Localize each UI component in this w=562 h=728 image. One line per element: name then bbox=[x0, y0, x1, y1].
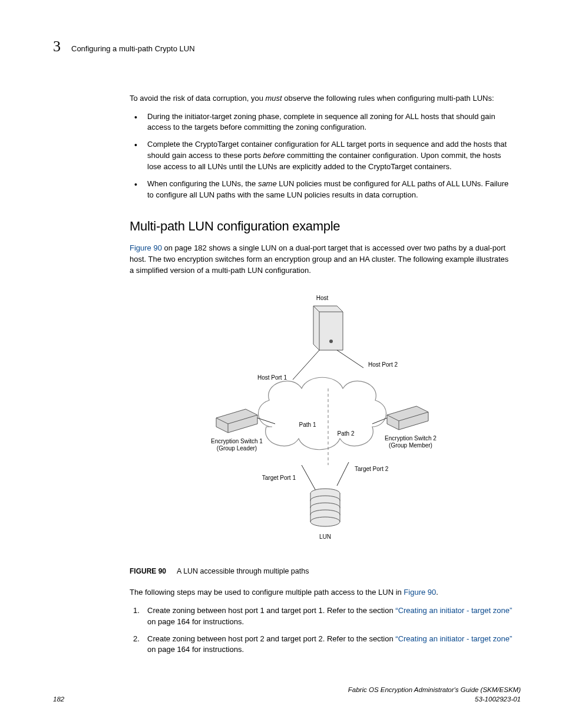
encryption-switch-2-icon bbox=[387, 406, 428, 430]
svg-line-9 bbox=[302, 465, 316, 492]
page-footer: 182 Fabric OS Encryption Administrator's… bbox=[53, 685, 521, 704]
host-icon bbox=[313, 306, 343, 350]
host-label: Host bbox=[316, 295, 329, 301]
lun-label: LUN bbox=[319, 533, 331, 540]
section-xref[interactable]: “Creating an initiator - target zone” bbox=[395, 606, 512, 615]
intro-emph: must bbox=[266, 94, 282, 103]
figure-caption-text: A LUN accessible through multiple paths bbox=[177, 566, 309, 577]
page-header: 3 Configuring a multi-path Crypto LUN bbox=[53, 35, 521, 58]
figure-90: Host Host Port 1 Host Port 2 Path 1 Path… bbox=[130, 291, 515, 554]
intro-post: observe the following rules when configu… bbox=[282, 94, 494, 103]
section-heading: Multi-path LUN configuration example bbox=[130, 217, 515, 236]
target-port-1-label: Target Port 1 bbox=[262, 475, 296, 481]
svg-line-10 bbox=[337, 462, 349, 486]
svg-line-2 bbox=[293, 350, 319, 380]
intro-pre: To avoid the risk of data corruption, yo… bbox=[130, 94, 266, 103]
step-item: Create zoning between host port 1 and ta… bbox=[130, 605, 515, 628]
rules-list: During the initiator-target zoning phase… bbox=[130, 111, 515, 201]
section-xref[interactable]: “Creating an initiator - target zone” bbox=[395, 634, 512, 643]
followup-post: . bbox=[436, 588, 438, 597]
rule-item: During the initiator-target zoning phase… bbox=[130, 111, 515, 134]
path-1-label: Path 1 bbox=[299, 421, 316, 428]
rule-text-emph: before bbox=[263, 151, 285, 160]
figure-caption-label: FIGURE 90 bbox=[130, 566, 166, 577]
chapter-number: 3 bbox=[53, 35, 61, 58]
figure-xref[interactable]: Figure 90 bbox=[404, 588, 436, 597]
followup-paragraph: The following steps may be used to confi… bbox=[130, 587, 515, 598]
steps-list: Create zoning between host port 1 and ta… bbox=[130, 605, 515, 655]
rule-text-pre: When configuring the LUNs, the bbox=[147, 179, 258, 188]
rule-item: When configuring the LUNs, the same LUN … bbox=[130, 179, 515, 201]
enc-sw-1-label-2: (Group Leader) bbox=[217, 445, 257, 452]
enc-sw-1-label-1: Encryption Switch 1 bbox=[211, 438, 263, 444]
figure-caption: FIGURE 90 A LUN accessible through multi… bbox=[130, 566, 515, 577]
followup-pre: The following steps may be used to confi… bbox=[130, 588, 404, 597]
footer-title: Fabric OS Encryption Administrator's Gui… bbox=[348, 685, 521, 695]
page-number: 182 bbox=[53, 694, 64, 704]
enc-sw-2-label-2: (Group Member) bbox=[389, 442, 432, 449]
svg-point-19 bbox=[310, 517, 340, 526]
target-port-2-label: Target Port 2 bbox=[355, 466, 389, 472]
section-paragraph: Figure 90 on page 182 shows a single LUN… bbox=[130, 243, 515, 276]
rule-item: Complete the CryptoTarget container conf… bbox=[130, 139, 515, 173]
rule-text-emph: same bbox=[258, 179, 277, 188]
enc-sw-2-label-1: Encryption Switch 2 bbox=[385, 435, 437, 442]
step-item: Create zoning between host port 2 and ta… bbox=[130, 634, 515, 656]
lun-icon bbox=[310, 489, 340, 526]
footer-docnum: 53-1002923-01 bbox=[348, 694, 521, 704]
path-2-label: Path 2 bbox=[338, 430, 355, 437]
multipath-diagram: Host Host Port 1 Host Port 2 Path 1 Path… bbox=[193, 291, 452, 551]
encryption-switch-1-icon bbox=[216, 409, 257, 433]
section-text: on page 182 shows a single LUN on a dual… bbox=[130, 243, 508, 275]
host-port-2-label: Host Port 2 bbox=[368, 361, 398, 368]
step-pre: Create zoning between host port 2 and ta… bbox=[147, 634, 395, 643]
running-head: Configuring a multi-path Crypto LUN bbox=[71, 44, 195, 55]
step-post: on page 164 for instructions. bbox=[147, 617, 244, 626]
step-post: on page 164 for instructions. bbox=[147, 645, 244, 654]
page-content: To avoid the risk of data corruption, yo… bbox=[130, 93, 515, 656]
svg-line-3 bbox=[337, 350, 363, 368]
step-pre: Create zoning between host port 1 and ta… bbox=[147, 606, 395, 615]
svg-point-1 bbox=[329, 340, 333, 343]
cloud-icon bbox=[258, 377, 386, 450]
host-port-1-label: Host Port 1 bbox=[257, 374, 287, 381]
figure-xref[interactable]: Figure 90 bbox=[130, 243, 162, 252]
intro-paragraph: To avoid the risk of data corruption, yo… bbox=[130, 93, 515, 104]
svg-marker-0 bbox=[313, 306, 343, 350]
